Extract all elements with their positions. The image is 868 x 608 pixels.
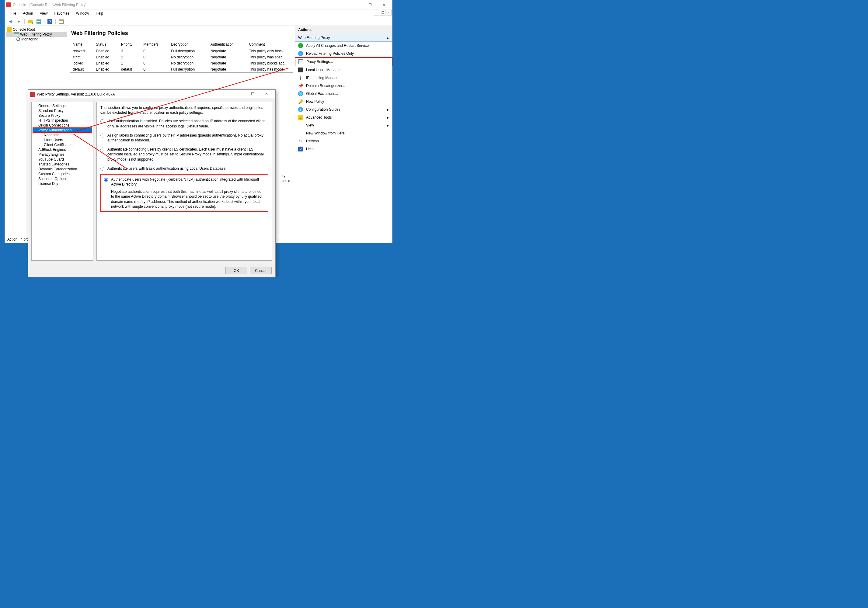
table-row[interactable]: defaultEnableddefault0Full decryptionNeg… — [70, 66, 293, 73]
action-ip-labeling[interactable]: ⚷IP Labeling Manager... — [295, 74, 392, 82]
table-row[interactable]: lockedEnabled10No decryptionNegotiateThi… — [70, 60, 293, 66]
tree-privacy-engines[interactable]: Privacy Engines — [33, 152, 92, 157]
section-description: This section allows you to configure pro… — [101, 105, 268, 115]
tree-custom-categories[interactable]: Custom Categories — [33, 172, 92, 176]
tree-local-users[interactable]: Local Users — [33, 138, 92, 142]
action-label: Advanced Tools — [306, 115, 332, 119]
menu-favorites[interactable]: Favorites — [51, 10, 73, 17]
dialog-titlebar: Web Proxy Settings. Version: 2.1.0.0 Bui… — [28, 90, 275, 99]
policies-table: Name Status Priority Members Decryption … — [70, 41, 293, 73]
cell-decryption: Full decryption — [169, 66, 208, 73]
check-icon: ✓ — [298, 43, 303, 48]
globe-icon — [298, 91, 303, 96]
col-priority[interactable]: Priority — [119, 41, 141, 48]
action-config-guides[interactable]: iConfiguration Guides▶ — [295, 105, 392, 113]
action-local-users[interactable]: Local Users Manager... — [295, 66, 392, 74]
action-label: New Policy — [306, 99, 324, 104]
tree-console-root[interactable]: Console Root — [6, 27, 67, 32]
tree-license-key[interactable]: License Key — [33, 181, 92, 186]
menu-window[interactable]: Window — [73, 10, 92, 17]
table-row[interactable]: strictEnabled20No decryptionNegotiateThi… — [70, 54, 293, 60]
folder-icon — [28, 20, 33, 23]
dialog-footer: OK Cancel — [28, 264, 275, 277]
action-apply-changes[interactable]: ✓Apply All Changes and Restart Service — [295, 42, 392, 50]
menu-file[interactable]: File — [7, 10, 19, 17]
actions-pane: Actions Web Filtering Proxy ▲ ✓Apply All… — [295, 26, 392, 236]
menu-view[interactable]: View — [37, 10, 51, 17]
menu-action[interactable]: Action — [20, 10, 36, 17]
radio-negotiate[interactable] — [104, 178, 108, 182]
show-hide-tree-button[interactable] — [26, 18, 34, 25]
tree-youtube-guard[interactable]: YouTube Guard — [33, 157, 92, 162]
dialog-title: Web Proxy Settings. Version: 2.1.0.0 Bui… — [37, 92, 231, 96]
col-name[interactable]: Name — [70, 41, 93, 48]
tree-standard-proxy[interactable]: Standard Proxy — [33, 108, 92, 113]
maximize-button[interactable]: ☐ — [363, 2, 377, 8]
cell-comment: This policy blocks acc... — [246, 60, 293, 66]
tree-dynamic-categorization[interactable]: Dynamic Categorization — [33, 167, 92, 172]
actions-subheader[interactable]: Web Filtering Proxy ▲ — [295, 34, 392, 42]
auth-option-negotiate[interactable]: Authenticate users with Negotiate (Kerbe… — [104, 177, 265, 209]
col-members[interactable]: Members — [141, 41, 169, 48]
forward-button[interactable] — [15, 18, 23, 25]
tree-client-certificates[interactable]: Client Certificates — [33, 142, 92, 147]
tree-proxy-authentication[interactable]: Proxy Authentication — [33, 128, 92, 133]
action-reload-policies[interactable]: ✓Reload Filtering Policies Only — [295, 50, 392, 57]
cell-priority: 1 — [119, 60, 141, 66]
list-button[interactable] — [57, 18, 65, 25]
help-button[interactable]: ? — [46, 18, 54, 25]
radio-pseudo[interactable] — [101, 133, 104, 138]
mdi-close-button[interactable]: × — [386, 10, 392, 15]
tree-negotiate[interactable]: Negotiate — [33, 133, 92, 138]
radio-disabled[interactable] — [101, 119, 104, 123]
dialog-close-button[interactable]: ✕ — [259, 91, 273, 97]
titlebar: Console - [Console Root\Web Filtering Pr… — [5, 0, 392, 9]
tree-web-filtering-proxy[interactable]: ⌄ Web Filtering Proxy — [6, 32, 67, 37]
minimize-button[interactable]: — — [349, 2, 363, 8]
action-proxy-settings[interactable]: Proxy Settings... — [295, 57, 392, 66]
mdi-restore-button[interactable]: ❐ — [380, 10, 386, 15]
cancel-button[interactable]: Cancel — [250, 267, 272, 274]
cell-decryption: No decryption — [169, 54, 208, 60]
dialog-maximize-button[interactable]: ☐ — [245, 91, 259, 97]
action-view[interactable]: View▶ — [295, 121, 392, 129]
menu-help[interactable]: Help — [93, 10, 107, 17]
action-advanced-tools[interactable]: 🔒Advanced Tools▶ — [295, 113, 392, 121]
menubar: File Action View Favorites Window Help -… — [5, 9, 392, 17]
col-auth[interactable]: Authentication — [208, 41, 247, 48]
auth-option-disabled[interactable]: User authentication is disabled. Policie… — [101, 119, 268, 128]
auth-option-pseudo[interactable]: Assign labels to connecting users by the… — [101, 133, 268, 142]
action-label: Refresh — [306, 139, 319, 143]
tree-monitoring[interactable]: Monitoring — [6, 37, 67, 42]
table-row[interactable]: relaxedEnabled30Full decryptionNegotiate… — [70, 48, 293, 54]
close-button[interactable]: ✕ — [377, 2, 391, 8]
dialog-minimize-button[interactable]: — — [231, 91, 245, 97]
mdi-minimize-button[interactable]: - — [374, 10, 380, 15]
auth-option-tls[interactable]: Authenticate connecting users by client … — [101, 147, 268, 162]
tree-origin-connections[interactable]: Origin Connections — [33, 123, 92, 128]
actions-subheader-label: Web Filtering Proxy — [298, 36, 330, 40]
tree-trusted-categories[interactable]: Trusted Categories — [33, 162, 92, 167]
tree-https-inspection[interactable]: HTTPS Inspection — [33, 118, 92, 123]
action-global-exclusions[interactable]: Global Exclusions... — [295, 90, 392, 97]
cell-decryption: No decryption — [169, 60, 208, 66]
action-refresh[interactable]: ⟳Refresh — [295, 137, 392, 145]
col-decryption[interactable]: Decryption — [169, 41, 208, 48]
radio-basic[interactable] — [101, 167, 104, 171]
back-button[interactable] — [7, 18, 14, 25]
folder-icon — [7, 27, 12, 32]
col-comment[interactable]: Comment — [246, 41, 293, 48]
properties-button[interactable] — [35, 18, 42, 25]
action-recategorizer[interactable]: 📌Domain Recategorizer... — [295, 82, 392, 90]
auth-option-basic[interactable]: Authenticate users with Basic authentica… — [101, 166, 268, 171]
radio-tls[interactable] — [101, 147, 104, 152]
col-status[interactable]: Status — [93, 41, 119, 48]
tree-scanning-options[interactable]: Scanning Options — [33, 176, 92, 181]
tree-general-settings[interactable]: General Settings — [33, 104, 92, 108]
tree-secure-proxy[interactable]: Secure Proxy — [33, 113, 92, 118]
action-new-window[interactable]: New Window from Here — [295, 129, 392, 137]
action-help[interactable]: ?Help — [295, 145, 392, 153]
ok-button[interactable]: OK — [225, 267, 247, 274]
tree-adblock-engines[interactable]: AdBlock Engines — [33, 147, 92, 152]
action-new-policy[interactable]: 🔑New Policy — [295, 97, 392, 105]
